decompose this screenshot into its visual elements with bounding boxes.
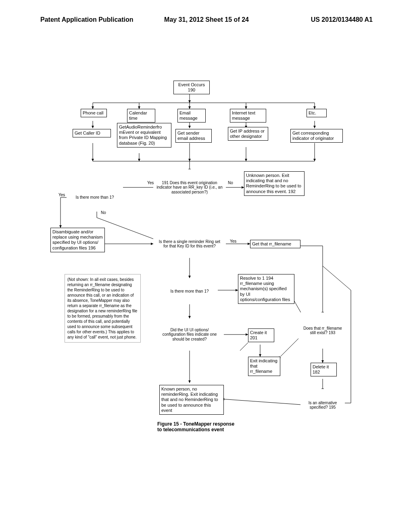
svg-line-41 (323, 266, 351, 290)
box-email: Email message (177, 109, 206, 123)
header-left: Patent Application Publication (40, 16, 133, 23)
flowchart: Event Occurs 190 Phone call Calendar tim… (48, 81, 363, 468)
box-delete: Delete it 182 (311, 363, 337, 376)
decision-191: 191 Does this event origination indicato… (153, 169, 226, 206)
page: Patent Application Publication May 31, 2… (0, 0, 413, 532)
box-event-occurs: Event Occurs 190 (173, 81, 210, 94)
decision-ui-options: Did the UI UI options/ configuration fil… (155, 318, 224, 351)
header-right: US 2012/0134480 A1 (311, 16, 373, 23)
box-phone: Phone call (81, 109, 107, 117)
box-etc: Etc. (307, 109, 327, 117)
note-aside: (Not shown: In all exit cases, besides r… (65, 274, 141, 343)
svg-line-38 (222, 399, 307, 405)
box-201-create: Create it 201 (248, 328, 274, 342)
box-get-email: Get sender email address (175, 129, 212, 143)
box-get-filename: Get that rr_filename (250, 240, 300, 248)
box-known-person: Known person, no reminderRing. Exit indi… (159, 385, 224, 415)
box-194: Resolve to 1 194 rr_filename using mecha… (238, 274, 294, 304)
box-exit-filename: Exit indicating that rr_filename (248, 357, 280, 376)
header-center: May 31, 2012 Sheet 15 of 24 (164, 16, 249, 23)
label-yes-single: Yes (230, 239, 236, 243)
label-no-191: No (228, 181, 233, 185)
svg-line-42 (240, 343, 248, 351)
box-get-ip: Get IP address or other designator (228, 127, 268, 141)
decision-more-than-1-b: Is there more than 1? (161, 278, 218, 304)
box-get-etc: Get corresponding indicator of originato… (290, 129, 343, 143)
decision-single-reminder: Is there a single reminder Ring set for … (153, 230, 226, 258)
decision-more-than-1-a: Is there more than 1? (67, 183, 123, 212)
box-get-caller-id: Get Caller ID (73, 129, 111, 137)
svg-line-23 (97, 218, 161, 242)
box-internet: Internet text message (230, 109, 266, 123)
box-192: Unknown person. Exit indicating that and… (244, 171, 305, 196)
label-yes-more1: Yes (58, 193, 65, 197)
label-no-more1: No (101, 210, 106, 215)
label-yes-191: Yes (147, 181, 154, 185)
box-calendar: Calendar time (127, 109, 155, 123)
decision-195: Is an alternative specified? 195 (300, 389, 345, 421)
figure-caption: Figure 15 - ToneMapper response to telec… (157, 421, 234, 432)
decision-193: Does that rr_filename still exist? 193 (298, 312, 347, 349)
box-get-calendar: GetAudioReminderfro mEvent or equivalent… (117, 123, 171, 148)
box-196: Disambiguate and/or replace using mechan… (50, 228, 105, 252)
page-header: Patent Application Publication May 31, 2… (0, 16, 413, 23)
